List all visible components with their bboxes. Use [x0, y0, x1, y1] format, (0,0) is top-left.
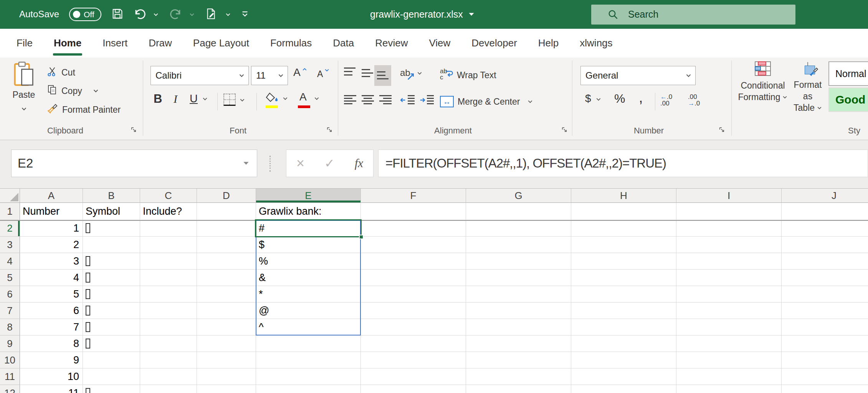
row-header-5[interactable]: 5 [0, 270, 20, 286]
font-dialog-launcher[interactable] [325, 125, 334, 134]
tab-data[interactable]: Data [333, 29, 354, 58]
cell-H10[interactable] [571, 352, 676, 368]
alignment-dialog-launcher[interactable] [560, 125, 569, 134]
cell-H1[interactable] [571, 203, 676, 220]
cell-G9[interactable] [466, 335, 571, 352]
cell-D4[interactable] [197, 253, 256, 270]
cell-A7[interactable]: 6 [20, 303, 83, 319]
tab-home[interactable]: Home [54, 29, 81, 58]
cell-C3[interactable] [140, 237, 197, 253]
row-header-1[interactable]: 1 [0, 203, 20, 220]
cell-F7[interactable] [361, 303, 466, 319]
cell-F10[interactable] [361, 352, 466, 368]
cell-F5[interactable] [361, 270, 466, 286]
cell-D5[interactable] [197, 270, 256, 286]
cell-I3[interactable] [676, 237, 782, 253]
cell-E4[interactable]: % [256, 253, 361, 270]
name-box[interactable]: E2 [11, 150, 257, 177]
tab-file[interactable]: File [17, 29, 33, 58]
cell-C12[interactable] [140, 385, 197, 393]
cell-E9[interactable] [256, 335, 361, 352]
cell-D11[interactable] [197, 368, 256, 385]
cell-B6[interactable] [83, 286, 140, 303]
cell-C9[interactable] [140, 335, 197, 352]
tab-review[interactable]: Review [375, 29, 408, 58]
merge-center-button[interactable]: ↔ Merge & Center [440, 96, 533, 107]
search-input[interactable]: Search [591, 5, 795, 25]
tab-view[interactable]: View [429, 29, 450, 58]
cell-D12[interactable] [197, 385, 256, 393]
redo-button[interactable] [169, 8, 183, 21]
customize-quick-access-chevron[interactable] [225, 12, 231, 17]
copy-button[interactable]: Copy [47, 84, 99, 97]
col-header-G[interactable]: G [466, 189, 571, 203]
cell-J1[interactable] [782, 203, 868, 220]
cell-A4[interactable]: 3 [20, 253, 83, 270]
cell-A8[interactable]: 7 [20, 319, 83, 335]
cell-F2[interactable] [361, 220, 466, 237]
cell-B8[interactable] [83, 319, 140, 335]
cell-H12[interactable] [571, 385, 676, 393]
cell-B1[interactable]: Symbol [83, 203, 140, 220]
col-header-C[interactable]: C [140, 189, 197, 203]
cell-G10[interactable] [466, 352, 571, 368]
borders-button[interactable] [223, 94, 245, 106]
borders-dropdown-chevron[interactable] [240, 98, 245, 102]
format-painter-button[interactable]: Format Painter [47, 103, 121, 117]
cell-C1[interactable]: Include? [140, 203, 197, 220]
tab-formulas[interactable]: Formulas [270, 29, 312, 58]
cell-I5[interactable] [676, 270, 782, 286]
cell-B12[interactable] [83, 385, 140, 393]
autosave-toggle[interactable]: Off [69, 8, 101, 21]
cell-B9[interactable] [83, 335, 140, 352]
cell-I1[interactable] [676, 203, 782, 220]
font-color-button[interactable]: A [298, 92, 319, 107]
row-header-10[interactable]: 10 [0, 352, 20, 368]
tab-help[interactable]: Help [538, 29, 559, 58]
decrease-decimal-button[interactable]: .00 →.0 [688, 94, 700, 107]
cell-B5[interactable] [83, 270, 140, 286]
cell-I8[interactable] [676, 319, 782, 335]
cell-J3[interactable] [782, 237, 868, 253]
redo-dropdown-chevron[interactable] [189, 12, 195, 17]
underline-dropdown-chevron[interactable] [202, 97, 208, 101]
cell-C5[interactable] [140, 270, 197, 286]
align-left-button[interactable] [344, 95, 356, 105]
cell-H9[interactable] [571, 335, 676, 352]
font-size-select[interactable]: 11 [251, 66, 288, 85]
font-color-chevron[interactable] [314, 97, 319, 100]
cell-I6[interactable] [676, 286, 782, 303]
tab-xlwings[interactable]: xlwings [580, 29, 612, 58]
cell-E10[interactable] [256, 352, 361, 368]
cell-J7[interactable] [782, 303, 868, 319]
cell-style-good[interactable]: Good [828, 87, 868, 112]
tab-insert[interactable]: Insert [103, 29, 127, 58]
cell-B7[interactable] [83, 303, 140, 319]
cut-button[interactable]: Cut [47, 66, 75, 79]
fill-color-chevron[interactable] [283, 97, 288, 100]
cancel-button[interactable]: × [296, 155, 304, 171]
middle-align-button[interactable] [362, 67, 373, 79]
tab-developer[interactable]: Developer [471, 29, 517, 58]
bottom-align-button-active[interactable] [374, 65, 391, 86]
cell-H11[interactable] [571, 368, 676, 385]
cell-G8[interactable] [466, 319, 571, 335]
cell-F3[interactable] [361, 237, 466, 253]
cell-H6[interactable] [571, 286, 676, 303]
save-button[interactable] [111, 8, 124, 21]
paste-button[interactable]: Paste [7, 61, 41, 123]
cell-D1[interactable] [197, 203, 256, 220]
cell-J4[interactable] [782, 253, 868, 270]
font-name-select[interactable]: Calibri [150, 66, 249, 85]
decrease-indent-button[interactable] [400, 95, 415, 105]
cell-D10[interactable] [197, 352, 256, 368]
enter-button[interactable]: ✓ [324, 156, 335, 171]
tab-draw[interactable]: Draw [149, 29, 172, 58]
bold-button[interactable]: B [154, 92, 162, 106]
fill-handle[interactable] [359, 235, 364, 239]
cell-G3[interactable] [466, 237, 571, 253]
cell-J2[interactable] [782, 220, 868, 237]
merge-center-chevron[interactable] [527, 100, 533, 104]
cell-E11[interactable] [256, 368, 361, 385]
decrease-font-size-button[interactable]: A [317, 68, 329, 80]
